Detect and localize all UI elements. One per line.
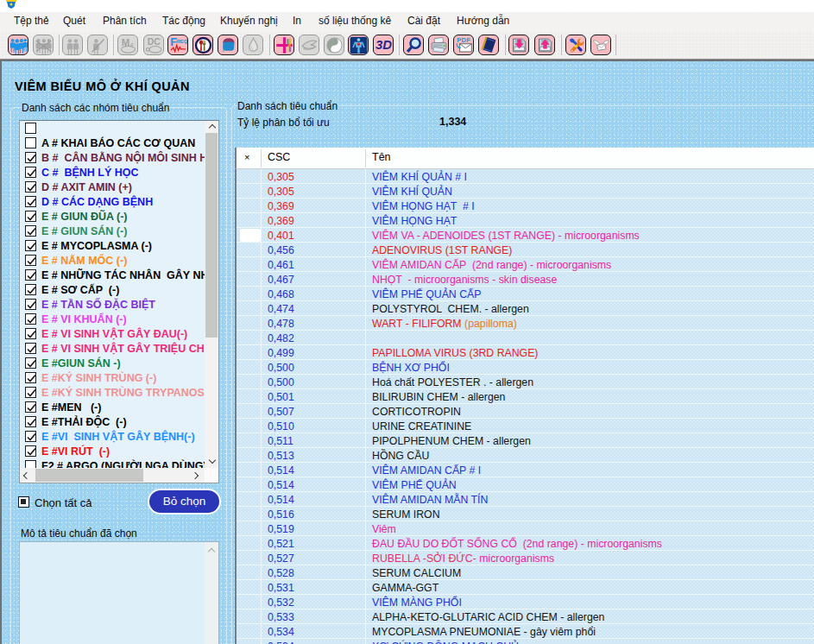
svg-text:DC: DC (147, 36, 161, 47)
svg-text:3D: 3D (375, 38, 391, 52)
svg-text:REQ: REQ (176, 39, 186, 44)
svg-text:PDF: PDF (457, 36, 470, 44)
svg-text:M: M (121, 36, 129, 47)
